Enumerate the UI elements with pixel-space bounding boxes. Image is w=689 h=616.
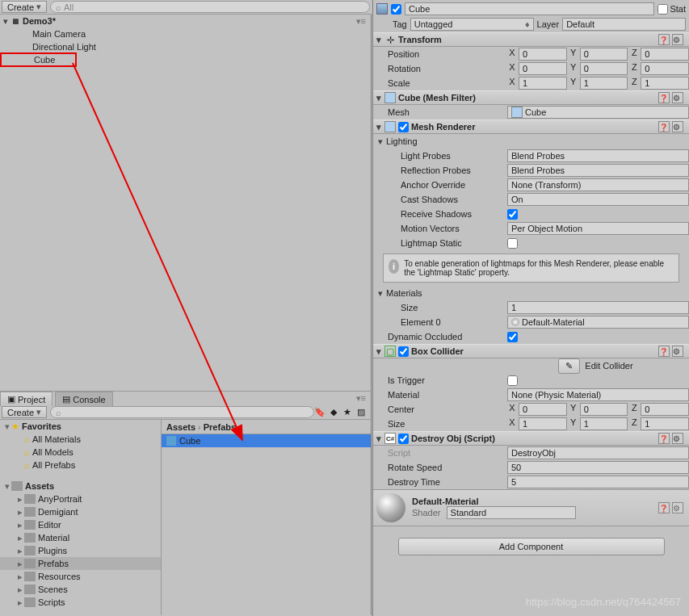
cast-shadows-dropdown[interactable]: On	[507, 193, 689, 206]
mesh-field[interactable]: Cube	[507, 106, 689, 119]
gear-icon[interactable]	[672, 346, 683, 357]
tag-dropdown[interactable]: Untagged♦	[410, 18, 534, 31]
gear-icon[interactable]	[672, 121, 683, 132]
favorite-item[interactable]: ⌕All Prefabs	[0, 459, 161, 471]
rotate-speed-input[interactable]: 50	[507, 461, 689, 474]
dynamic-occluded-checkbox[interactable]	[507, 332, 518, 342]
destroy-time-input[interactable]: 5	[507, 476, 689, 488]
pos-y-input[interactable]: 0	[580, 48, 628, 61]
element0-field[interactable]: Default-Material	[507, 316, 689, 329]
layer-dropdown[interactable]: Default	[562, 18, 686, 31]
is-trigger-checkbox[interactable]	[507, 375, 518, 386]
asset-folder-demigiant[interactable]: ▸Demigiant	[0, 505, 161, 518]
center-z-input[interactable]: 0	[641, 403, 689, 416]
breadcrumb-item[interactable]: Prefabs	[204, 422, 236, 432]
favorites-header[interactable]: ▾★Favorites	[0, 420, 161, 433]
scene-row[interactable]: ▾ ⏹ Demo3* ▾≡	[0, 15, 371, 27]
meshrenderer-header[interactable]: ▾Mesh Renderer	[373, 119, 689, 134]
assets-header[interactable]: ▾Assets	[0, 480, 161, 492]
help-icon[interactable]	[658, 502, 670, 513]
size-y-input[interactable]: 1	[580, 417, 628, 430]
receive-shadows-checkbox[interactable]	[507, 209, 518, 220]
gameobject-name-input[interactable]: Cube	[405, 2, 654, 15]
foldout-icon[interactable]: ▾	[376, 35, 384, 45]
rot-z-input[interactable]: 0	[641, 62, 689, 75]
help-icon[interactable]	[658, 34, 670, 45]
favorite-icon[interactable]: ★	[342, 407, 353, 418]
hierarchy-item-cube[interactable]: Cube	[0, 53, 371, 66]
gameobject-icon[interactable]	[376, 3, 388, 15]
scl-z-input[interactable]: 1	[641, 77, 689, 90]
asset-folder-prefabs[interactable]: ▸Prefabs	[0, 557, 161, 570]
light-probes-dropdown[interactable]: Blend Probes	[507, 149, 689, 162]
boxcollider-enabled-checkbox[interactable]	[398, 346, 409, 357]
gear-icon[interactable]	[672, 34, 683, 45]
hidden-icon[interactable]: ▨	[355, 407, 367, 418]
rot-x-input[interactable]: 0	[519, 62, 567, 75]
static-checkbox[interactable]	[657, 4, 668, 15]
favorite-item[interactable]: ⌕All Models	[0, 446, 161, 459]
transform-header[interactable]: ▾⊹Transform	[373, 32, 689, 47]
shader-dropdown[interactable]: Standard	[447, 506, 576, 519]
center-y-input[interactable]: 0	[580, 403, 628, 416]
asset-folder-material[interactable]: ▸Material	[0, 531, 161, 544]
mesh-icon	[511, 107, 523, 118]
add-component-label: Add Component	[499, 542, 564, 551]
asset-folder-scenes[interactable]: ▸Scenes	[0, 583, 161, 596]
meshrenderer-enabled-checkbox[interactable]	[398, 122, 409, 132]
tab-console[interactable]: ▤Console	[55, 392, 112, 406]
breadcrumb-item[interactable]: Assets	[166, 422, 195, 432]
hierarchy-search-input[interactable]: All	[50, 1, 370, 13]
project-create-button[interactable]: Create▾	[2, 406, 47, 418]
scene-menu-icon[interactable]: ▾≡	[356, 16, 366, 27]
scl-y-input[interactable]: 1	[580, 77, 628, 90]
asset-folder-resources[interactable]: ▸Resources	[0, 570, 161, 583]
size-z-input[interactable]: 1	[641, 417, 689, 430]
materials-size-input[interactable]: 1	[507, 301, 689, 314]
gameobject-active-checkbox[interactable]	[391, 4, 401, 15]
project-search-input[interactable]	[50, 406, 314, 418]
gear-icon[interactable]	[672, 433, 683, 444]
size-x-input[interactable]: 1	[519, 417, 567, 430]
physic-material-field[interactable]: None (Physic Material)	[507, 388, 689, 401]
filter-type-icon[interactable]: ◆	[328, 407, 339, 418]
help-icon[interactable]	[658, 346, 670, 357]
add-component-button[interactable]: Add Component	[398, 538, 665, 555]
center-x-input[interactable]: 0	[519, 403, 567, 416]
foldout-icon[interactable]: ▾	[3, 16, 11, 27]
lightmap-static-checkbox[interactable]	[507, 238, 518, 249]
tab-project[interactable]: ▣Project	[0, 392, 53, 406]
motion-vectors-dropdown[interactable]: Per Object Motion	[507, 222, 689, 235]
rot-y-input[interactable]: 0	[580, 62, 628, 75]
anchor-override-field[interactable]: None (Transform)	[507, 178, 689, 191]
gear-icon[interactable]	[672, 502, 683, 513]
meshfilter-header[interactable]: ▾Cube (Mesh Filter)	[373, 90, 689, 105]
help-icon[interactable]	[658, 121, 670, 132]
scl-x-input[interactable]: 1	[519, 77, 567, 90]
list-item-cube[interactable]: Cube	[162, 434, 371, 447]
favorite-item[interactable]: ⌕All Materials	[0, 433, 161, 446]
help-icon[interactable]	[658, 92, 670, 103]
asset-folder-plugins[interactable]: ▸Plugins	[0, 544, 161, 557]
scale-label: Scale	[388, 78, 507, 88]
material-sphere-icon	[376, 493, 405, 522]
pos-z-input[interactable]: 0	[641, 48, 689, 61]
filter-icon[interactable]: 🔖	[314, 407, 326, 418]
boxcollider-header[interactable]: ▾▢Box Collider	[373, 344, 689, 358]
pos-x-input[interactable]: 0	[519, 48, 567, 61]
script-enabled-checkbox[interactable]	[398, 434, 409, 444]
asset-folder-editor[interactable]: ▸Editor	[0, 518, 161, 531]
panel-menu-icon[interactable]: ▾≡	[351, 392, 371, 405]
material-preview-header[interactable]: Default-Material Shader Standard	[373, 490, 689, 526]
gear-icon[interactable]	[672, 92, 683, 103]
transform-icon: ⊹	[384, 34, 396, 45]
script-header[interactable]: ▾C#Destroy Obj (Script)	[373, 431, 689, 446]
reflection-probes-dropdown[interactable]: Blend Probes	[507, 164, 689, 177]
hierarchy-item[interactable]: Directional Light	[0, 40, 371, 53]
asset-folder-scripts[interactable]: ▸Scripts	[0, 596, 161, 609]
edit-collider-button[interactable]: ✎	[558, 358, 580, 374]
help-icon[interactable]	[658, 433, 670, 444]
hierarchy-create-button[interactable]: Create▾	[2, 1, 47, 13]
hierarchy-item[interactable]: Main Camera	[0, 27, 371, 40]
asset-folder-anyportrait[interactable]: ▸AnyPortrait	[0, 492, 161, 505]
